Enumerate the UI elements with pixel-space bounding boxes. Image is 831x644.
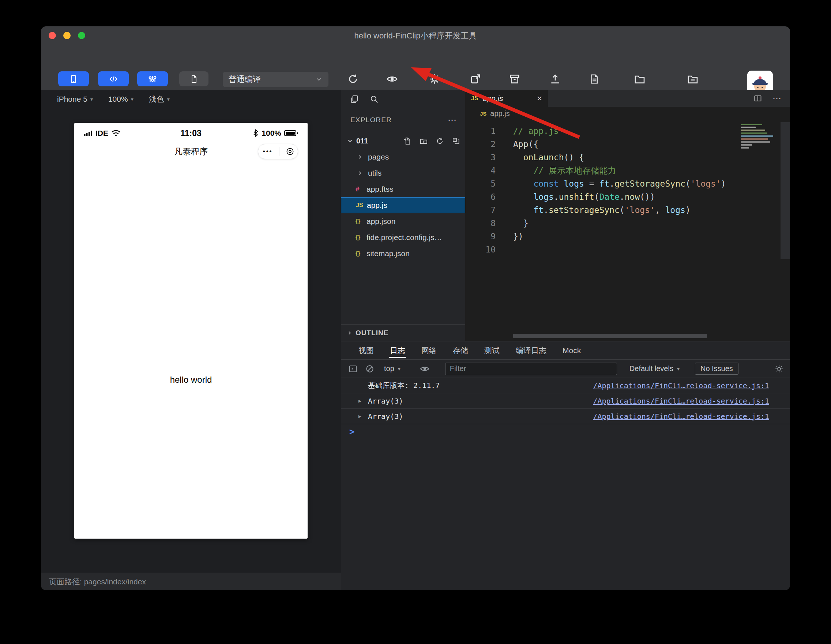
console-sidebar-icon[interactable] (348, 364, 358, 374)
chevron-right-icon (357, 154, 368, 160)
clear-console-icon[interactable] (365, 364, 374, 374)
js-file-icon: JS (471, 95, 478, 102)
code-line: 6 logs.unshift(Date.now()) (465, 190, 790, 204)
clear-cache-icon (509, 71, 521, 86)
source-link[interactable]: /Applications/FinCli…reload-service.js:1 (593, 381, 790, 390)
chevron-down-icon: ▾ (398, 366, 401, 372)
js-file-icon: JS (480, 110, 486, 117)
theme-dropdown[interactable]: 浅色▾ (149, 94, 170, 104)
code-line: 3 onLaunch() { (465, 151, 790, 164)
console-log-row: ▶ Array(3) /Applications/FinCli…reload-s… (341, 409, 790, 424)
console-prompt-row[interactable]: > (341, 424, 790, 440)
new-folder-icon[interactable] (420, 137, 428, 145)
tab-view[interactable]: 视图 (358, 341, 374, 360)
source-link[interactable]: /Applications/FinCli…reload-service.js:1 (593, 412, 790, 421)
console-log-row: 基础库版本: 2.11.7 /Applications/FinCli…reloa… (341, 378, 790, 393)
new-file-icon[interactable] (403, 137, 412, 145)
split-editor-icon[interactable] (753, 94, 762, 103)
tab-test[interactable]: 测试 (484, 341, 500, 360)
tab-storage[interactable]: 存储 (453, 341, 468, 360)
upload-icon (549, 71, 561, 86)
explorer-header: EXPLORER ⋯ (341, 112, 465, 128)
json-file-icon: {} (355, 250, 366, 257)
devtools-console: 视图 日志 网络 存储 测试 编译日志 Mock top▾ Default le (341, 341, 790, 590)
editor-tab-bar: JS app.js × ⋯ (465, 90, 790, 107)
explorer-panel: EXPLORER ⋯ 011 pages utils # app.ftss (341, 90, 465, 341)
device-debug-icon (429, 71, 440, 86)
tab-app-js[interactable]: JS app.js × (465, 90, 548, 107)
editor-horizontal-scrollbar[interactable] (513, 334, 707, 338)
details-icon (589, 71, 600, 86)
no-issues-badge[interactable]: No Issues (695, 363, 739, 375)
editor-more-actions-icon[interactable]: ⋯ (772, 93, 782, 104)
phone-nav-bar: 凡泰程序 ••• (74, 141, 307, 163)
tab-mock[interactable]: Mock (562, 341, 581, 360)
outline-section[interactable]: OUTLINE (341, 324, 465, 341)
code-line: 8 } (465, 217, 790, 230)
time-label: 11:03 (74, 125, 307, 141)
tab-close-icon[interactable]: × (537, 93, 542, 104)
console-prompt-chevron-icon: > (349, 427, 354, 437)
mini-app-capsule: ••• (258, 144, 298, 159)
switch-background-icon (470, 71, 481, 86)
chevron-down-icon: ▾ (677, 366, 680, 372)
minimap[interactable] (741, 124, 777, 150)
refresh-icon[interactable] (436, 137, 444, 145)
tab-network[interactable]: 网络 (421, 341, 437, 360)
app-window: hello world-FinClip小程序开发工具 模拟器 编辑器 调试器 (41, 26, 790, 590)
close-mini-app-icon[interactable] (286, 147, 295, 156)
file-row-app-json[interactable]: {} app.json (341, 213, 465, 230)
file-row-pages[interactable]: pages (341, 149, 465, 165)
file-row-app-js-selected[interactable]: JS app.js (341, 197, 465, 213)
code-line: 5 const logs = ft.getStorageSync('logs') (465, 177, 790, 190)
more-menu-icon[interactable]: ••• (261, 148, 273, 155)
console-settings-gear-icon[interactable] (774, 364, 784, 374)
code-line: 7 ft.setStorageSync('logs', logs) (465, 204, 790, 217)
compile-icon (347, 71, 359, 86)
files-icon[interactable] (350, 94, 359, 104)
code-token: // app.js (513, 126, 559, 136)
expand-triangle-icon[interactable]: ▶ (358, 413, 368, 419)
file-row-app-ftss[interactable]: # app.ftss (341, 181, 465, 197)
file-row-sitemap-json[interactable]: {} sitemap.json (341, 245, 465, 261)
code-token: App({ (513, 139, 538, 149)
filter-input[interactable] (445, 363, 617, 375)
console-toolbar: top▾ Default levels▾ No Issues (341, 360, 790, 378)
title-bar: hello world-FinClip小程序开发工具 (41, 26, 790, 45)
explorer-top-actions (341, 90, 465, 108)
phone-screen: IDE 100% 11:03 凡泰程序 ••• hello world (74, 123, 307, 539)
chevron-down-icon (347, 137, 353, 144)
source-link[interactable]: /Applications/FinCli…reload-service.js:1 (593, 397, 790, 405)
code-line: 4 // 展示本地存储能力 (465, 164, 790, 177)
zoom-dropdown[interactable]: 100%▾ (108, 95, 134, 104)
expand-triangle-icon[interactable]: ▶ (358, 398, 368, 403)
live-expression-eye-icon[interactable] (420, 364, 430, 374)
collapse-folders-icon[interactable] (452, 137, 460, 145)
compile-mode-dropdown[interactable]: 普通编译 (223, 72, 328, 87)
project-root-row[interactable]: 011 (341, 133, 465, 149)
search-icon[interactable] (369, 94, 379, 104)
editor-vertical-scrollbar[interactable] (780, 122, 790, 259)
export-offline-icon (687, 71, 699, 86)
preview-eye-icon (386, 71, 398, 86)
file-row-project-config[interactable]: {} fide.project.config.js… (341, 230, 465, 245)
compile-mode-value: 普通编译 (229, 74, 261, 85)
simulator-panel: iPhone 5▾ 100%▾ 浅色▾ IDE 100% 11:03 凡泰程序 (41, 90, 341, 590)
code-line: 10 (465, 243, 790, 256)
context-selector[interactable]: top▾ (384, 365, 401, 373)
simulator-toolbar: iPhone 5▾ 100%▾ 浅色▾ (41, 90, 341, 108)
file-row-utils[interactable]: utils (341, 165, 465, 181)
code-editor: JS app.js × ⋯ JS app.js 1// app.js 2App(… (465, 90, 790, 341)
export-code-icon (634, 71, 646, 86)
document-icon (179, 71, 209, 86)
tab-compile-log[interactable]: 编译日志 (516, 341, 546, 360)
main-toolbar: 模拟器 编辑器 调试器 文档 普通编译 (41, 45, 790, 90)
editor-breadcrumb[interactable]: JS app.js (465, 107, 790, 120)
tab-log-active[interactable]: 日志 (390, 341, 405, 360)
explorer-more-icon[interactable]: ⋯ (448, 115, 457, 125)
device-dropdown[interactable]: iPhone 5▾ (57, 95, 93, 104)
log-levels-dropdown[interactable]: Default levels▾ (629, 365, 680, 373)
screenshot-stage: hello world-FinClip小程序开发工具 模拟器 编辑器 调试器 (0, 0, 831, 644)
json-file-icon: {} (355, 218, 366, 225)
window-title: hello world-FinClip小程序开发工具 (41, 26, 790, 45)
